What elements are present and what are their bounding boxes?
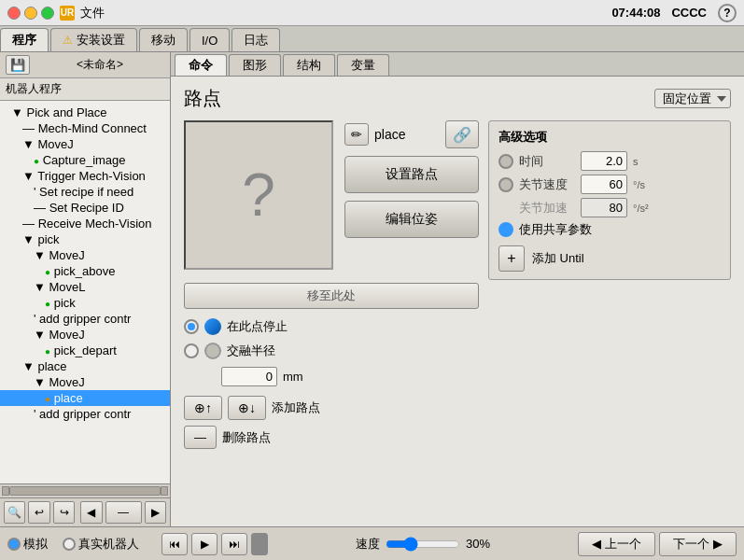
blend-radio[interactable]: [184, 343, 199, 358]
tab-program[interactable]: 程序: [0, 28, 49, 51]
tab-move[interactable]: 移动: [139, 28, 188, 51]
tree-item-pick-node[interactable]: ● pick: [0, 295, 170, 311]
simulate-option[interactable]: 模拟: [7, 536, 48, 553]
back-button[interactable]: ◀: [80, 501, 102, 524]
tree-item-receive[interactable]: — Receive Mech-Vision: [0, 216, 170, 231]
tree-item-set-recipe-id[interactable]: — Set Recipe ID: [0, 200, 170, 216]
remove-label: 删除路点: [222, 429, 271, 446]
max-btn[interactable]: [41, 7, 54, 20]
stop-here-row[interactable]: 在此点停止: [184, 318, 303, 335]
speed-label: 速度: [356, 536, 380, 553]
tree-item-movel[interactable]: ▼ MoveL: [0, 279, 170, 295]
real-robot-option[interactable]: 真实机器人: [63, 536, 139, 553]
joint-acc-row: 关节加速 °/s²: [498, 198, 721, 217]
tree-item-movej-4[interactable]: ▼ MoveJ: [0, 374, 170, 390]
tree-item-set-recipe-if[interactable]: ' Set recipe if need: [0, 184, 170, 200]
tab-graphics-label: 图形: [243, 58, 267, 72]
undo-button[interactable]: ↩: [28, 501, 49, 524]
next-button[interactable]: 下一个 ▶: [659, 532, 737, 556]
tree-item-pick-depart[interactable]: ● pick_depart: [0, 343, 170, 358]
set-waypoint-button[interactable]: 设置路点: [344, 156, 479, 193]
right-content: 高级选项 时间 s 关节速度 °/s: [488, 120, 731, 449]
blend-icon: [204, 343, 221, 359]
tree-item-trigger[interactable]: ▼ Trigger Mech-Vision: [0, 168, 170, 184]
scroll-bar[interactable]: [0, 484, 170, 497]
remove-button[interactable]: —: [184, 426, 217, 449]
content-area: 路点 固定位置 ? ✏ place 🔗: [171, 77, 744, 526]
main-layout: 💾 <未命名> 机器人程序 ▼ Pick and Place — Mech-Mi…: [0, 52, 744, 526]
advanced-title: 高级选项: [498, 129, 721, 146]
tree-item-movej-2[interactable]: ▼ MoveJ: [0, 247, 170, 263]
dash-button[interactable]: —: [105, 501, 142, 524]
speed-slider[interactable]: [386, 537, 460, 552]
position-type-select[interactable]: 固定位置: [654, 89, 731, 108]
until-button[interactable]: +: [498, 245, 525, 272]
tree-item-place-node[interactable]: ● place: [0, 390, 170, 406]
app-name: CCCC: [671, 6, 707, 20]
tab-log[interactable]: 日志: [232, 28, 280, 51]
scroll-thumb[interactable]: [9, 486, 161, 496]
tab-install[interactable]: ⚠ 安装设置: [50, 28, 137, 51]
scroll-right[interactable]: [161, 486, 168, 496]
chain-button[interactable]: 🔗: [445, 120, 479, 148]
tree-label: 机器人程序: [0, 78, 170, 101]
waypoint-name-row: ✏ place 🔗: [344, 120, 479, 148]
blend-mm-input[interactable]: [221, 367, 277, 386]
stop-here-radio[interactable]: [184, 319, 199, 334]
tab-graphics[interactable]: 图形: [229, 54, 281, 76]
save-icon: 💾: [10, 58, 25, 72]
add-up-button[interactable]: ⊕↑: [184, 396, 222, 420]
tree-item-movej-3[interactable]: ▼ MoveJ: [0, 327, 170, 343]
blend-row[interactable]: 交融半径: [184, 343, 303, 359]
help-icon[interactable]: ?: [718, 4, 737, 22]
joint-speed-radio[interactable]: [498, 177, 513, 192]
shared-radio[interactable]: [498, 222, 513, 237]
time-input[interactable]: [581, 151, 627, 171]
time-unit: s: [633, 156, 639, 167]
title-bar-right: 07:44:08 CCCC ?: [611, 4, 737, 22]
right-panel: 命令 图形 结构 变量 路点 固定位置: [171, 52, 744, 526]
tab-variables[interactable]: 变量: [337, 54, 389, 76]
nav-play-button[interactable]: ▶: [191, 533, 218, 555]
tree-item-add-gripper-2[interactable]: ' add gripper contr: [0, 406, 170, 422]
tree-item-pick[interactable]: ▼ pick: [0, 231, 170, 247]
until-row: + 添加 Until: [498, 245, 721, 272]
edit-pose-button[interactable]: 编辑位姿: [344, 201, 479, 238]
tree-item-add-gripper-1[interactable]: ' add gripper contr: [0, 311, 170, 327]
tab-io[interactable]: I/O: [190, 28, 230, 51]
nav-buttons: ⏮ ▶ ⏭: [161, 533, 268, 555]
scroll-left[interactable]: [2, 486, 9, 496]
time-row: 时间 s: [498, 151, 721, 171]
forward-button[interactable]: ▶: [145, 501, 166, 524]
radio-column: 在此点停止 交融半径 mm: [184, 318, 303, 386]
tree-item-mech-mind-connect[interactable]: — Mech-Mind Connect: [0, 120, 170, 136]
joint-speed-row: 关节速度 °/s: [498, 175, 721, 194]
joint-acc-input[interactable]: [581, 198, 627, 217]
time-radio[interactable]: [498, 154, 513, 169]
prev-button[interactable]: ◀ 上一个: [578, 532, 655, 556]
close-btn[interactable]: [7, 7, 21, 20]
simulate-dot: [7, 538, 21, 551]
move-here-button[interactable]: 移至此处: [184, 283, 479, 309]
nav-last-button[interactable]: ⏭: [221, 533, 247, 555]
tree-item-capture-image[interactable]: ● Capture_image: [0, 152, 170, 168]
add-down-button[interactable]: ⊕↓: [228, 396, 266, 420]
joint-speed-input[interactable]: [581, 175, 627, 194]
tree-item-movej-1[interactable]: ▼ MoveJ: [0, 136, 170, 152]
prev-next-buttons: ◀ 上一个 下一个 ▶: [578, 532, 737, 556]
left-header: 💾 <未命名>: [0, 52, 170, 78]
tree-item-pick-above[interactable]: ● pick_above: [0, 263, 170, 279]
status-bar: 模拟 真实机器人 ⏮ ▶ ⏭ 速度 30% ◀ 上一个 下一个 ▶: [0, 526, 744, 560]
tree-item-pick-and-place[interactable]: ▼ Pick and Place: [0, 105, 170, 120]
nav-first-button[interactable]: ⏮: [161, 533, 188, 555]
redo-button[interactable]: ↪: [53, 501, 75, 524]
min-btn[interactable]: [24, 7, 37, 20]
tree-item-place[interactable]: ▼ place: [0, 358, 170, 374]
edit-name-button[interactable]: ✏: [344, 123, 369, 146]
simulate-label: 模拟: [23, 536, 48, 553]
save-button[interactable]: 💾: [6, 55, 30, 75]
tab-structure[interactable]: 结构: [283, 54, 335, 76]
nav-stop-button[interactable]: [251, 533, 268, 555]
search-button[interactable]: 🔍: [4, 501, 25, 524]
tab-command[interactable]: 命令: [175, 54, 227, 76]
